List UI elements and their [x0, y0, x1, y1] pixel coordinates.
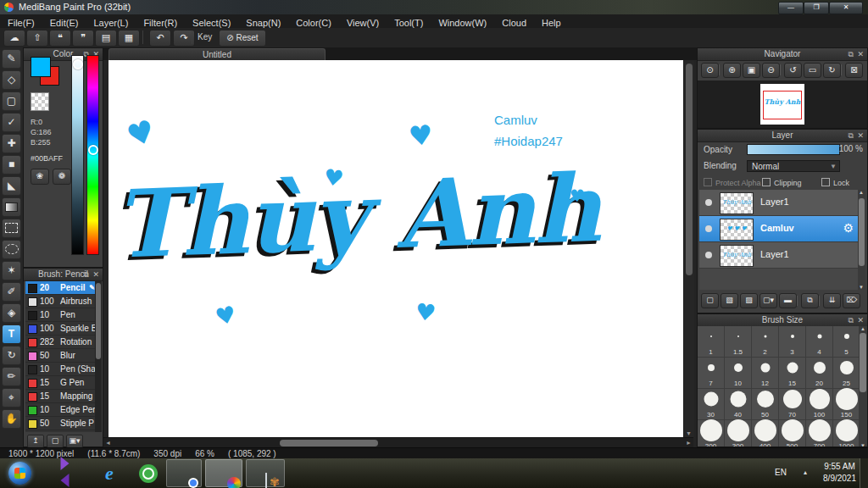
brush-size-option[interactable]: 700 [806, 420, 833, 447]
taskbar-kmplayer-button[interactable] [53, 459, 85, 487]
toolbar-cloud-button[interactable]: ☁ [3, 30, 25, 47]
brush-item[interactable]: 20Pencil✎ [25, 281, 97, 295]
merge-layer-button[interactable]: ⇊ [823, 293, 841, 308]
hue-marker[interactable] [88, 145, 98, 155]
palette-button[interactable]: ❀ [31, 169, 49, 185]
toolbar-publish-button[interactable]: ⇧ [26, 30, 48, 47]
navigator-thumbnail[interactable]: Thùy Anh [760, 84, 804, 125]
tool-gradient[interactable] [2, 197, 21, 217]
palette-edit-button[interactable]: ❁ [53, 169, 71, 185]
brush-size-option[interactable]: 12 [752, 358, 779, 389]
layer-visibility-dot[interactable] [705, 252, 712, 258]
brush-size-option[interactable]: 10 [725, 358, 752, 389]
canvas[interactable]: Thùy Anh Camluv #Hoidap247 ♥♥♥♥♥♥ [108, 60, 683, 437]
tool-brush[interactable]: ✎ [2, 49, 21, 69]
brush-size-option[interactable]: 4 [806, 326, 833, 358]
saturation-bar[interactable] [71, 55, 84, 255]
close-icon[interactable]: ✕ [857, 48, 864, 60]
brush-size-scrollbar[interactable]: ▲▼ [859, 326, 867, 447]
vertical-scrollbar[interactable]: ▼ [683, 60, 694, 437]
duplicate-layer-button[interactable]: ⧉ [801, 293, 819, 308]
close-button[interactable]: ✕ [829, 2, 863, 14]
saturation-marker[interactable] [73, 59, 83, 69]
upload-brush-button[interactable]: ↥ [27, 435, 44, 448]
scrollbar-thumb[interactable] [280, 440, 378, 446]
taskbar-coccoc-button[interactable] [132, 459, 164, 487]
brush-item[interactable]: 10Pen (Sha [25, 363, 97, 376]
rotate-right-button[interactable]: ↻ [823, 63, 841, 78]
layer-folder-button[interactable]: ▬ [779, 293, 797, 308]
popout-icon[interactable]: ⧉ [84, 269, 89, 280]
popout-icon[interactable]: ⧉ [849, 48, 854, 60]
brush-size-option[interactable]: 40 [725, 389, 752, 420]
brush-size-option[interactable]: 7 [698, 358, 725, 389]
taskbar-chrome-button[interactable] [166, 459, 202, 487]
add-brush-button[interactable]: ▢ [47, 435, 64, 448]
taskbar-paint-button[interactable]: ✾ [246, 459, 285, 487]
tool-bucket[interactable]: ◣ [2, 176, 21, 196]
tool-text[interactable]: T [2, 324, 21, 344]
brush-item[interactable]: 50Blur [25, 349, 97, 363]
undo-button[interactable]: ↶ [149, 30, 171, 47]
brush-item[interactable]: 50Stipple P [25, 417, 97, 430]
layer-row[interactable]: ♥ ♥ ♥Camluv⚙ [699, 216, 859, 242]
brush-size-option[interactable]: 200 [698, 420, 725, 447]
tool-eyedropper[interactable]: ⌖ [2, 388, 21, 408]
taskbar-clock[interactable]: 9:55 AM 8/9/2021 [823, 461, 856, 485]
new-8bit-layer-button[interactable]: ▧ [721, 293, 738, 308]
tool-select[interactable] [2, 219, 21, 238]
tool-magic-wand[interactable]: ✶ [2, 261, 21, 280]
foreground-swatch[interactable] [31, 57, 51, 77]
brush-item[interactable]: 100Watercol [25, 430, 97, 432]
taskbar-medibang-button[interactable] [205, 459, 242, 487]
tool-hand[interactable]: ✋ [2, 409, 21, 429]
zoom-in-button[interactable]: ⊕ [723, 63, 741, 78]
brush-item[interactable]: 10Pen [25, 308, 97, 322]
brush-size-option[interactable]: 15 [779, 358, 806, 389]
brush-size-option[interactable]: 100 [806, 389, 833, 420]
add-layer-button[interactable]: ▢▾ [760, 293, 777, 308]
tool-move[interactable]: ✚ [2, 134, 21, 153]
tray-expand-icon[interactable]: ▴ [804, 469, 807, 476]
view-lock-button[interactable]: ⊠ [845, 63, 863, 78]
brush-item[interactable]: 282Rotation [25, 336, 97, 349]
taskbar-ie-button[interactable]: e [93, 459, 125, 487]
minimize-button[interactable]: — [778, 2, 804, 14]
scroll-right-icon[interactable]: ► [686, 440, 692, 446]
blending-select[interactable]: Normal ▼ [747, 160, 840, 172]
tool-select-eraser[interactable]: ◈ [2, 303, 21, 323]
brush-size-option[interactable]: 1.5 [725, 326, 752, 358]
checkbox-protect-alpha[interactable]: Protect Alpha [704, 178, 761, 187]
tool-transform[interactable]: ↻ [2, 346, 21, 365]
tool-figure-fill[interactable]: ■ [2, 155, 21, 175]
start-button[interactable] [8, 462, 31, 485]
fit-window-button[interactable]: ▣ [743, 63, 760, 78]
scroll-down-icon[interactable]: ▼ [686, 430, 692, 436]
tool-stick-eraser[interactable]: ✏ [2, 367, 21, 386]
checkbox-box[interactable] [821, 178, 830, 186]
brush-size-option[interactable]: 150 [833, 389, 860, 420]
tool-figure-brush[interactable]: ▢ [2, 92, 21, 111]
toolbar-document-button[interactable]: ▤ [95, 30, 117, 47]
close-icon[interactable]: ✕ [92, 269, 99, 280]
brush-size-option[interactable]: 500 [779, 420, 806, 447]
popout-icon[interactable]: ⧉ [849, 314, 854, 326]
brush-size-option[interactable]: 30 [698, 389, 725, 420]
scroll-left-icon[interactable]: ◄ [105, 440, 111, 446]
brush-list-scrollbar[interactable] [95, 281, 102, 432]
toolbar-notes-button[interactable]: ❞ [72, 30, 94, 47]
brush-item[interactable]: 100Sparkle B [25, 322, 97, 336]
maximize-button[interactable]: ❐ [804, 2, 829, 14]
brush-menu-button[interactable]: ▣▾ [66, 435, 83, 448]
rotate-left-button[interactable]: ↺ [784, 63, 802, 78]
reset-view-button[interactable]: ▭ [804, 63, 821, 78]
close-icon[interactable]: ✕ [857, 130, 864, 141]
brush-item[interactable]: 15Mapping [25, 390, 97, 403]
close-icon[interactable]: ✕ [857, 314, 864, 326]
popout-icon[interactable]: ⧉ [849, 130, 854, 141]
brush-size-option[interactable]: 70 [779, 389, 806, 420]
checkbox-box[interactable] [762, 178, 771, 186]
language-indicator[interactable]: EN [775, 468, 787, 477]
tool-eraser[interactable]: ◇ [2, 70, 21, 90]
checkbox-lock[interactable]: Lock [821, 178, 849, 187]
